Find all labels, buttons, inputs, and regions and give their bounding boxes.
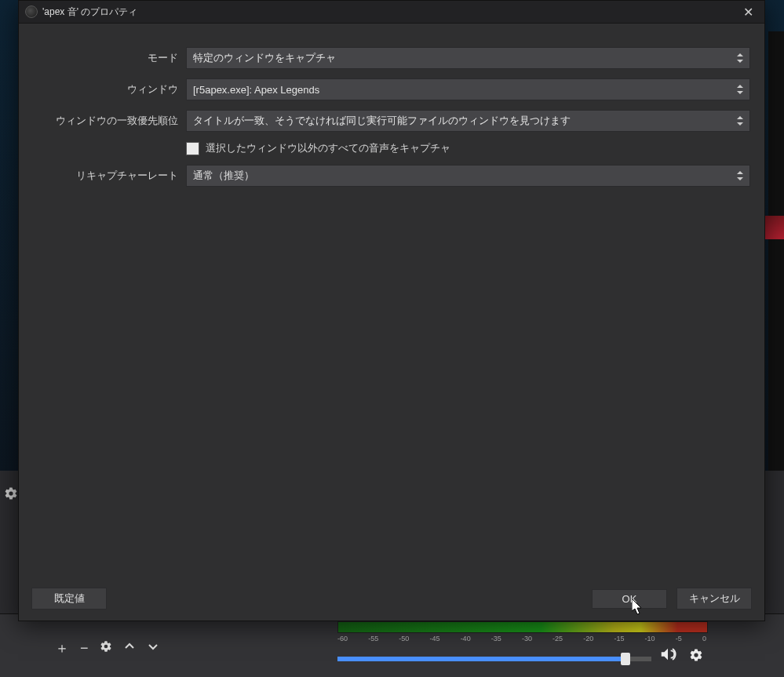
- move-down-icon[interactable]: [147, 640, 159, 657]
- select-value: 特定のウィンドウをキャプチャ: [193, 51, 336, 65]
- label-mode: モード: [33, 51, 186, 65]
- select-value: [r5apex.exe]: Apex Legends: [193, 84, 319, 96]
- audio-meter-ticks: -60 -55 -50 -45 -40 -35 -30 -25 -20 -15 …: [337, 635, 706, 642]
- bottom-panel: ＋ − -60 -55 -50 -45 -40 -35 -30 -25 -20 …: [0, 613, 784, 677]
- move-up-icon[interactable]: [123, 640, 136, 657]
- sources-toolbar: ＋ −: [55, 639, 159, 657]
- tick: -5: [676, 635, 682, 642]
- chevron-up-down-icon: [734, 48, 746, 68]
- tick: -35: [491, 635, 501, 642]
- tick: 0: [702, 635, 706, 642]
- properties-dialog: 'apex 音' のプロパティ ✕ モード 特定のウィンドウをキャプチャ ウィン…: [18, 0, 765, 621]
- svg-marker-5: [737, 122, 743, 126]
- chevron-up-down-icon: [734, 111, 746, 131]
- tick: -60: [337, 635, 348, 642]
- obs-icon: [25, 5, 38, 18]
- tick: -10: [645, 635, 655, 642]
- audio-meter-bar: [338, 622, 707, 632]
- svg-marker-3: [737, 91, 743, 94]
- gear-icon[interactable]: [689, 648, 703, 666]
- tick: -55: [368, 635, 378, 642]
- dialog-buttons: 既定値 OK キャンセル: [19, 578, 764, 621]
- title: 'apex 音' のプロパティ: [42, 5, 137, 19]
- checkbox-capture-others[interactable]: [186, 142, 199, 155]
- svg-marker-6: [737, 171, 743, 174]
- svg-marker-1: [737, 60, 743, 63]
- label-priority: ウィンドウの一致優先順位: [33, 114, 186, 128]
- volume-slider[interactable]: [337, 657, 651, 661]
- label-window: ウィンドウ: [33, 82, 186, 96]
- right-sidebar: [768, 31, 784, 471]
- tick: -20: [583, 635, 593, 642]
- gear-icon[interactable]: [4, 486, 20, 502]
- chevron-up-down-icon: [734, 166, 746, 186]
- svg-marker-0: [737, 53, 743, 56]
- tick: -30: [522, 635, 532, 642]
- svg-marker-2: [737, 85, 743, 88]
- tick: -45: [429, 635, 439, 642]
- select-priority[interactable]: タイトルが一致、そうでなければ同じ実行可能ファイルのウィンドウを見つけます: [186, 110, 750, 132]
- volume-handle[interactable]: [621, 653, 630, 665]
- cancel-button[interactable]: キャンセル: [676, 588, 752, 610]
- chevron-up-down-icon: [734, 79, 746, 100]
- tick: -25: [552, 635, 563, 642]
- titlebar[interactable]: 'apex 音' のプロパティ ✕: [19, 1, 764, 24]
- speaker-icon[interactable]: [659, 646, 676, 668]
- checkbox-label: 選択したウィンドウ以外のすべての音声をキャプチャ: [206, 141, 450, 155]
- svg-marker-7: [737, 177, 743, 180]
- audio-meter: [337, 621, 708, 633]
- volume-fill: [337, 657, 626, 661]
- row-checkbox: 選択したウィンドウ以外のすべての音声をキャプチャ: [186, 141, 750, 155]
- svg-marker-4: [737, 116, 743, 119]
- label-rate: リキャプチャーレート: [33, 169, 186, 183]
- select-mode[interactable]: 特定のウィンドウをキャプチャ: [186, 47, 750, 69]
- select-value: タイトルが一致、そうでなければ同じ実行可能ファイルのウィンドウを見つけます: [193, 114, 571, 128]
- select-value: 通常（推奨）: [193, 169, 254, 183]
- row-priority: ウィンドウの一致優先順位 タイトルが一致、そうでなければ同じ実行可能ファイルのウ…: [33, 110, 750, 132]
- row-mode: モード 特定のウィンドウをキャプチャ: [33, 47, 750, 69]
- gear-icon[interactable]: [100, 640, 112, 657]
- select-rate[interactable]: 通常（推奨）: [186, 165, 750, 187]
- select-window[interactable]: [r5apex.exe]: Apex Legends: [186, 78, 750, 100]
- ok-button[interactable]: OK: [592, 589, 667, 609]
- tick: -15: [614, 635, 624, 642]
- close-icon[interactable]: ✕: [738, 5, 758, 20]
- add-icon[interactable]: ＋: [55, 639, 69, 657]
- row-window: ウィンドウ [r5apex.exe]: Apex Legends: [33, 78, 750, 100]
- remove-icon[interactable]: −: [80, 640, 89, 657]
- tick: -50: [399, 635, 409, 642]
- form: モード 特定のウィンドウをキャプチャ ウィンドウ [r5apex.exe]: A…: [19, 24, 764, 204]
- row-rate: リキャプチャーレート 通常（推奨）: [33, 165, 750, 187]
- defaults-button[interactable]: 既定値: [31, 588, 107, 610]
- tick: -40: [461, 635, 471, 642]
- red-badge: [764, 216, 784, 239]
